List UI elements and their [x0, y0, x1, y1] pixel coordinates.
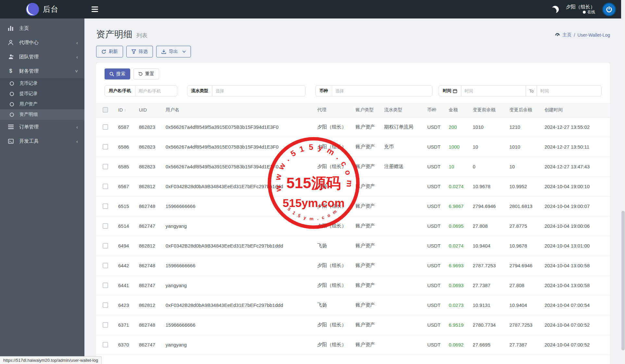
cell-agent: 夕阳（组长）	[315, 137, 353, 157]
cell-amount: 0.0274	[446, 176, 470, 196]
filter-funnel-icon	[131, 49, 136, 54]
user-icon	[7, 40, 14, 45]
sidebar-toggle-button[interactable]	[92, 6, 100, 13]
dollar-icon: $	[7, 68, 14, 74]
time-to-input[interactable]	[537, 86, 601, 96]
cell-flow-type	[381, 216, 425, 236]
sidebar-item-asset-details[interactable]: 资产明细	[0, 109, 84, 120]
filter-label: 筛选	[139, 49, 148, 55]
currency-field-label: 币种	[316, 86, 332, 96]
sidebar-item-order-management[interactable]: 订单管理 ‹	[0, 120, 84, 134]
row-checkbox[interactable]	[103, 283, 108, 288]
reset-button[interactable]: 重置	[133, 68, 159, 79]
user-name: 夕阳（组长）	[566, 4, 595, 10]
cell-before-balance: 10.9678	[470, 176, 507, 196]
page-subtitle: 列表	[136, 32, 147, 39]
sidebar-item-team-management[interactable]: 团队管理 ‹	[0, 50, 84, 64]
brand[interactable]: 后台	[0, 0, 84, 18]
sidebar-item-label: 主页	[19, 25, 29, 31]
cell-id: 6567	[116, 176, 136, 196]
cell-flow-type	[381, 196, 425, 216]
dark-mode-moon-icon[interactable]	[552, 6, 559, 13]
sidebar: 主页 代理中心 ‹ 团队管理 ‹ $ 财务管理 ˅ 充币记录 提币记录 用户资产	[0, 18, 84, 364]
sidebar-item-label: 订单管理	[19, 124, 39, 130]
cell-currency: USDT	[425, 216, 446, 236]
cell-uid: 862823	[136, 157, 163, 176]
flow-type-filter-group: 流水类型	[187, 85, 306, 96]
cell-currency: USDT	[425, 275, 446, 295]
time-from-input[interactable]	[461, 86, 526, 96]
cell-after-balance: 2801.6813	[507, 196, 542, 216]
main-content: 资产明细 列表 主页 / User-Wallet-Log 刷新 筛选 导出	[84, 18, 625, 364]
currency-select[interactable]	[332, 86, 432, 96]
cell-after-balance: 27.808	[507, 275, 542, 295]
cell-account-type: 账户资产	[353, 315, 381, 335]
sidebar-item-dev-tools[interactable]: 开发工具 ‹	[0, 134, 84, 148]
refresh-button[interactable]: 刷新	[96, 46, 123, 57]
cell-amount: 6.9867	[446, 196, 470, 216]
cell-username: 0x566267a4df8549f5a3915E075B3b15F394d1E3…	[163, 157, 315, 176]
cell-after-balance: 27.7387	[507, 335, 542, 355]
cell-agent: 飞扬	[315, 295, 353, 315]
row-checkbox[interactable]	[103, 164, 108, 169]
cell-username: 0xF0342B28d0bA9B34843EeEd31E7bEFc297bb1d…	[163, 176, 315, 196]
cell-currency: USDT	[425, 137, 446, 157]
row-checkbox[interactable]	[103, 184, 108, 189]
cell-created-time: 2024-12-27 13:50:11	[542, 137, 610, 157]
time-to-separator: To	[526, 86, 537, 96]
row-checkbox[interactable]	[103, 342, 108, 347]
row-checkbox[interactable]	[103, 263, 108, 268]
row-checkbox[interactable]	[103, 203, 108, 209]
row-checkbox[interactable]	[103, 144, 108, 150]
cell-after-balance: 10	[507, 157, 542, 176]
row-checkbox[interactable]	[103, 302, 108, 308]
cell-flow-type	[381, 275, 425, 295]
sidebar-item-home[interactable]: 主页	[0, 21, 84, 35]
cell-before-balance: 10	[470, 137, 507, 157]
row-checkbox[interactable]	[103, 322, 108, 328]
flow-type-select[interactable]	[212, 86, 305, 96]
header-id[interactable]: ID↑	[116, 103, 136, 117]
cell-account-type: 账户资产	[353, 196, 381, 216]
cell-account-type: 账户资产	[353, 137, 381, 157]
cell-amount: 0.0692	[446, 335, 470, 355]
row-checkbox[interactable]	[103, 223, 108, 229]
cell-agent: 夕阳（组长）	[315, 335, 353, 355]
cell-currency: USDT	[425, 256, 446, 275]
cell-created-time: 2024-10-04 13:00:58	[542, 275, 610, 295]
brand-title: 后台	[43, 4, 58, 14]
chevron-left-icon: ‹	[76, 124, 78, 130]
username-input[interactable]	[135, 86, 177, 96]
page-scrollbar-thumb[interactable]	[621, 211, 625, 350]
header-agent: 代理	[315, 103, 353, 117]
cell-before-balance: 10.9404	[470, 236, 507, 256]
sidebar-item-agent-center[interactable]: 代理中心 ‹	[0, 35, 84, 50]
row-checkbox[interactable]	[103, 124, 108, 130]
cell-currency: USDT	[425, 117, 446, 137]
cell-id: 6587	[116, 117, 136, 137]
cell-amount: 0.0274	[446, 236, 470, 256]
row-checkbox[interactable]	[103, 243, 108, 249]
cell-account-type: 账户资产	[353, 157, 381, 176]
user-menu[interactable]: 夕阳（组长） 在线	[566, 4, 595, 15]
filter-button[interactable]: 筛选	[126, 46, 153, 57]
cell-account-type: 账户资产	[353, 216, 381, 236]
cell-agent: 飞扬	[315, 176, 353, 196]
cell-account-type: 账户资产	[353, 117, 381, 137]
sort-asc-icon: ↑	[124, 108, 126, 113]
search-button[interactable]: 搜索	[105, 68, 130, 79]
export-button[interactable]: 导出	[156, 46, 191, 57]
logout-power-button[interactable]	[602, 3, 616, 16]
breadcrumb-home-link[interactable]: 主页	[562, 32, 571, 38]
sidebar-item-deposit-records[interactable]: 充币记录	[0, 78, 84, 89]
cell-id: 6442	[116, 256, 136, 275]
table-row: 6514 862747 yangyang 夕阳（组长） 账户资产 USDT 0.…	[96, 216, 610, 236]
select-all-checkbox[interactable]	[103, 107, 108, 113]
sidebar-item-withdraw-records[interactable]: 提币记录	[0, 89, 84, 99]
sidebar-item-user-assets[interactable]: 用户资产	[0, 99, 84, 109]
sidebar-item-finance-management[interactable]: $ 财务管理 ˅	[0, 64, 84, 78]
radio-circle-icon	[10, 92, 14, 96]
cell-amount: 0.0693	[446, 275, 470, 295]
search-label: 搜索	[116, 71, 125, 77]
table-row: 6585 862823 0x566267a4df8549f5a3915E075B…	[96, 157, 610, 176]
